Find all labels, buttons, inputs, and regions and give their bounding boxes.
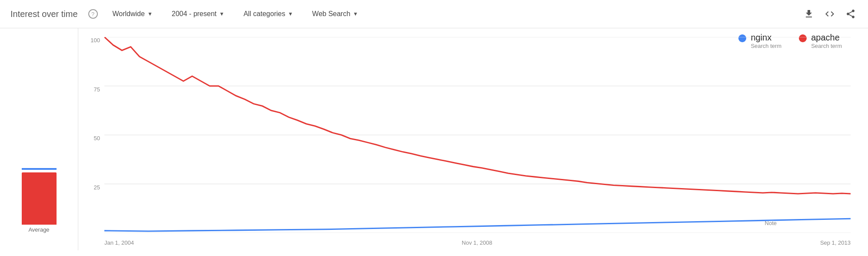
y-label-75: 75 [83,86,100,93]
average-bar-wrapper: Average [22,168,57,233]
x-label-2013: Sep 1, 2013 [820,239,851,246]
apache-avg-bar [22,172,57,225]
main-chart: nginx Search term apache Search term 100… [78,28,868,250]
chart-sidebar: Average [0,28,78,250]
download-button[interactable] [802,7,816,21]
chevron-down-icon: ▼ [353,11,358,17]
nginx-avg-line [22,168,57,170]
chevron-down-icon: ▼ [288,11,293,17]
share-button[interactable] [844,7,858,21]
average-label: Average [28,226,49,233]
x-label-2008: Nov 1, 2008 [462,239,492,246]
x-label-2004: Jan 1, 2004 [104,239,134,246]
header: Interest over time ? Worldwide ▼ 2004 - … [0,0,868,28]
apache-line [104,37,851,194]
y-label-25: 25 [83,184,100,191]
page-title: Interest over time [10,9,78,19]
nginx-line [104,219,851,231]
chevron-down-icon: ▼ [147,11,153,17]
x-axis: Jan 1, 2004 Nov 1, 2008 Sep 1, 2013 [104,239,851,246]
help-icon[interactable]: ? [88,9,98,19]
chart-container: Average nginx Search term apache Search … [0,28,868,250]
chevron-down-icon: ▼ [219,11,224,17]
region-dropdown[interactable]: Worldwide ▼ [108,7,157,20]
header-actions [802,7,858,21]
search-type-dropdown[interactable]: Web Search ▼ [308,7,363,20]
embed-button[interactable] [823,7,837,21]
category-dropdown[interactable]: All categories ▼ [239,7,297,20]
time-dropdown[interactable]: 2004 - present ▼ [167,7,229,20]
y-label-50: 50 [83,135,100,141]
note-label: Note [765,220,777,226]
y-axis: 100 75 50 25 [83,37,100,233]
trend-chart-svg [104,37,851,233]
y-label-100: 100 [83,37,100,44]
